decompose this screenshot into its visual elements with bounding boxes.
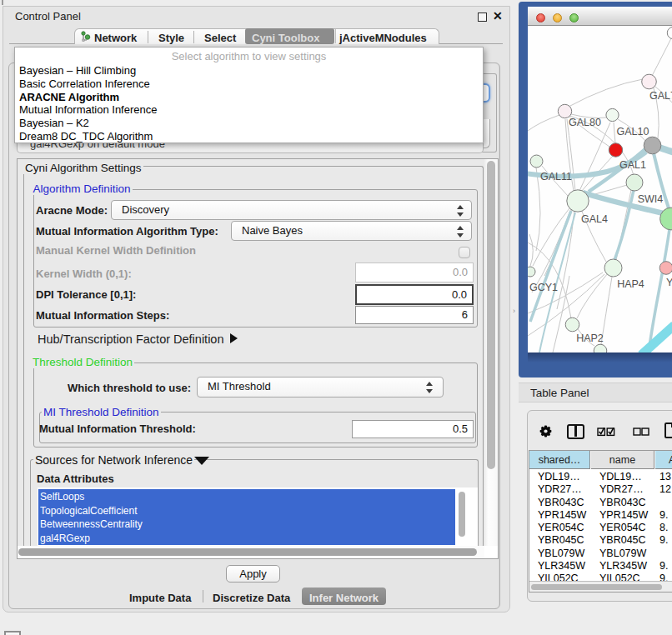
svg-text:Y: Y (666, 277, 672, 288)
svg-text:GAL11: GAL11 (540, 171, 572, 182)
svg-text:GAL10: GAL10 (617, 126, 649, 138)
svg-text:GAL4: GAL4 (581, 213, 608, 225)
svg-text:HAP4: HAP4 (617, 278, 644, 290)
svg-text:GAL80: GAL80 (569, 117, 601, 128)
svg-text:GCY1: GCY1 (529, 282, 558, 293)
svg-text:SWI4: SWI4 (638, 193, 664, 205)
svg-text:GAL1: GAL1 (619, 159, 646, 171)
svg-text:GAL7: GAL7 (649, 90, 672, 102)
svg-text:HAP2: HAP2 (576, 332, 604, 344)
